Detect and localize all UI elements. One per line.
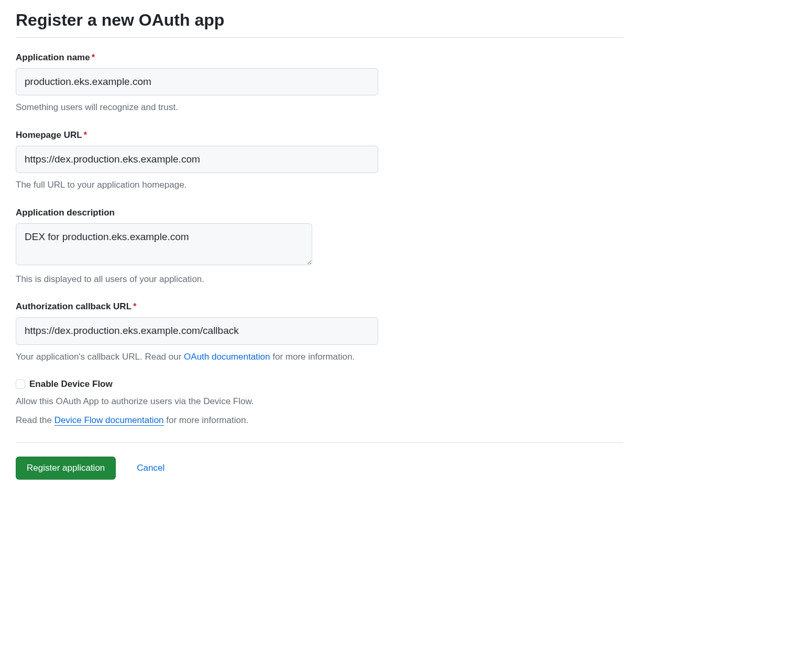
device-flow-help-2: Read the Device Flow documentation for m…: [16, 414, 623, 427]
app-name-help: Something users will recognize and trust…: [16, 101, 623, 114]
callback-help-after: for more information.: [270, 352, 355, 362]
divider: [16, 442, 623, 443]
callback-url-label-text: Authorization callback URL: [16, 301, 131, 311]
required-star-icon: *: [92, 52, 95, 62]
required-star-icon: *: [133, 301, 137, 311]
app-name-label-text: Application name: [16, 52, 90, 62]
homepage-url-label: Homepage URL*: [16, 130, 623, 140]
form-group-app-name: Application name* Something users will r…: [16, 52, 623, 114]
cancel-button[interactable]: Cancel: [137, 463, 164, 473]
form-group-homepage-url: Homepage URL* The full URL to your appli…: [16, 130, 623, 192]
description-help: This is displayed to all users of your a…: [16, 273, 623, 286]
callback-url-label: Authorization callback URL*: [16, 301, 623, 312]
homepage-url-help: The full URL to your application homepag…: [16, 178, 623, 192]
register-application-button[interactable]: Register application: [16, 457, 116, 480]
description-label: Application description: [16, 208, 623, 218]
page-title: Register a new OAuth app: [16, 10, 623, 38]
required-star-icon: *: [84, 130, 87, 140]
app-name-input[interactable]: [16, 68, 378, 95]
oauth-documentation-link[interactable]: OAuth documentation: [184, 352, 270, 362]
app-name-label: Application name*: [16, 52, 623, 63]
form-group-description: Application description This is displaye…: [16, 208, 623, 286]
button-row: Register application Cancel: [16, 457, 623, 480]
callback-help-before: Your application's callback URL. Read ou…: [16, 352, 184, 362]
callback-url-input[interactable]: [16, 317, 378, 344]
homepage-url-input[interactable]: [16, 146, 378, 173]
description-input[interactable]: [16, 223, 312, 265]
device-flow-help2-after: for more information.: [164, 415, 249, 425]
device-flow-checkbox[interactable]: [16, 380, 25, 389]
device-flow-label: Enable Device Flow: [29, 379, 113, 389]
form-group-device-flow: Enable Device Flow Allow this OAuth App …: [16, 379, 623, 427]
form-group-callback-url: Authorization callback URL* Your applica…: [16, 301, 623, 363]
device-flow-help-1: Allow this OAuth App to authorize users …: [16, 395, 623, 408]
homepage-url-label-text: Homepage URL: [16, 130, 82, 140]
device-flow-documentation-link[interactable]: Device Flow documentation: [54, 415, 164, 426]
device-flow-help2-before: Read the: [16, 415, 54, 425]
callback-url-help: Your application's callback URL. Read ou…: [16, 350, 623, 364]
